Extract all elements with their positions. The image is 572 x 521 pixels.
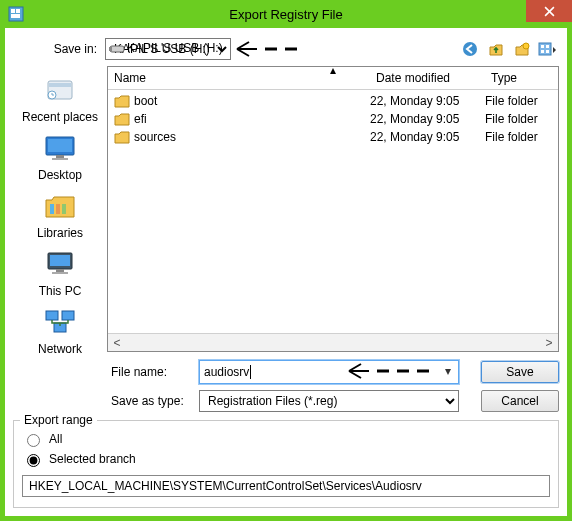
svg-rect-16 (49, 83, 71, 87)
export-selected-branch-label: Selected branch (49, 452, 136, 466)
svg-rect-11 (541, 45, 544, 48)
views-button[interactable] (537, 38, 559, 60)
place-desktop[interactable]: Desktop (17, 128, 103, 184)
svg-rect-21 (52, 158, 68, 160)
folder-icon (114, 94, 130, 108)
cancel-button[interactable]: Cancel (481, 390, 559, 412)
export-range-legend: Export range (20, 413, 97, 427)
svg-rect-14 (546, 50, 549, 53)
titlebar[interactable]: Export Registry File (0, 0, 572, 28)
svg-rect-26 (50, 255, 70, 266)
savein-dropdown[interactable]: KAPIL'S USB (H:) (105, 38, 231, 60)
scroll-left-icon[interactable]: < (108, 336, 126, 350)
text-cursor (250, 365, 251, 379)
places-bar: Recent places Desktop Libraries (13, 66, 107, 418)
file-row[interactable]: efi 22, Monday 9:05 File folder (108, 110, 558, 128)
file-list-pane: ▴ Name Date modified Type boot 22, Monda… (107, 66, 559, 352)
file-list[interactable]: boot 22, Monday 9:05 File folder efi 22,… (108, 90, 558, 333)
desktop-icon (42, 132, 78, 164)
svg-rect-24 (62, 204, 66, 214)
svg-rect-23 (56, 204, 60, 214)
place-thispc[interactable]: This PC (17, 244, 103, 300)
this-pc-icon (42, 248, 78, 280)
horizontal-scrollbar[interactable]: < > (108, 333, 558, 351)
filename-label: File name: (107, 365, 195, 379)
close-button[interactable] (526, 0, 572, 22)
export-selected-branch-radio[interactable] (27, 454, 40, 467)
export-range-group: Export range All Selected branch (13, 420, 559, 508)
sort-indicator-icon: ▴ (108, 63, 558, 77)
window-title: Export Registry File (0, 7, 572, 22)
svg-rect-1 (11, 9, 15, 13)
svg-rect-12 (546, 45, 549, 48)
regedit-icon (8, 6, 24, 22)
svg-rect-22 (50, 204, 54, 214)
svg-rect-10 (539, 43, 551, 55)
up-one-level-button[interactable] (485, 38, 507, 60)
svg-rect-3 (11, 14, 20, 18)
folder-icon (114, 130, 130, 144)
filename-input[interactable]: audiosrv ▾ (199, 360, 459, 384)
svg-rect-30 (62, 311, 74, 320)
back-button[interactable] (459, 38, 481, 60)
window-buttons (526, 0, 572, 22)
branch-path-input[interactable] (22, 475, 550, 497)
chevron-down-icon[interactable]: ▾ (440, 364, 456, 378)
svg-rect-2 (16, 9, 20, 13)
save-button[interactable]: Save (481, 361, 559, 383)
svg-rect-19 (48, 139, 72, 152)
folder-icon (114, 112, 130, 126)
export-registry-dialog: Export Registry File Save in: KAPIL'S US… (0, 0, 572, 521)
annotation-arrow-savein (235, 40, 305, 58)
svg-point-9 (523, 43, 529, 49)
new-folder-button[interactable] (511, 38, 533, 60)
place-libraries[interactable]: Libraries (17, 186, 103, 242)
svg-point-8 (463, 42, 477, 56)
svg-rect-20 (56, 155, 64, 158)
svg-rect-28 (52, 272, 68, 274)
svg-rect-29 (46, 311, 58, 320)
file-row[interactable]: boot 22, Monday 9:05 File folder (108, 92, 558, 110)
place-network[interactable]: Network (17, 302, 103, 358)
file-row[interactable]: sources 22, Monday 9:05 File folder (108, 128, 558, 146)
savein-label: Save in: (13, 42, 105, 56)
svg-rect-27 (56, 269, 64, 272)
libraries-icon (42, 190, 78, 222)
network-icon (42, 306, 78, 338)
export-all-label: All (49, 432, 62, 446)
place-recent[interactable]: Recent places (17, 70, 103, 126)
file-list-header[interactable]: ▴ Name Date modified Type (108, 67, 558, 90)
save-as-type-dropdown[interactable]: Registration Files (*.reg) (199, 390, 459, 412)
scroll-right-icon[interactable]: > (540, 336, 558, 350)
export-all-radio[interactable] (27, 434, 40, 447)
recent-places-icon (42, 74, 78, 106)
svg-rect-13 (541, 50, 544, 53)
savetype-label: Save as type: (107, 394, 195, 408)
